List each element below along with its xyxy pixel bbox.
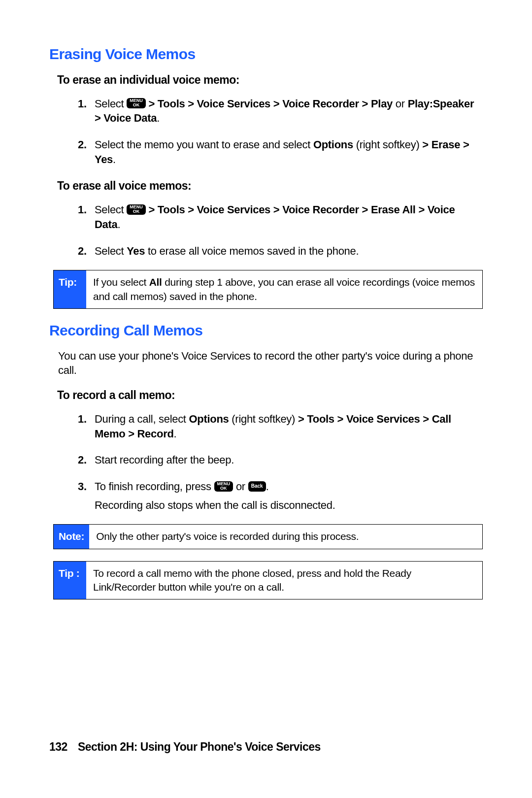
tip-callout: Tip: If you select All during step 1 abo…	[53, 270, 483, 309]
step-number: 1.	[78, 97, 87, 111]
callout-body: To record a call memo with the phone clo…	[86, 562, 482, 599]
callout-label: Tip:	[54, 270, 86, 308]
step-text-bold: Options	[313, 138, 353, 151]
list-item: 2. Select the memo you want to erase and…	[78, 137, 483, 166]
step-number: 2.	[78, 453, 87, 467]
intro-text: You can use your phone's Voice Services …	[49, 349, 483, 378]
step-text: (right softkey)	[232, 413, 298, 425]
step-text-bold: > Tools > Voice Services > Voice Recorde…	[148, 98, 395, 110]
step-text-bold: > Tools > Voice Services > Voice Recorde…	[95, 203, 455, 231]
step-text: Select	[95, 203, 127, 216]
list-item: 1. During a call, select Options (right …	[78, 412, 483, 441]
callout-label: Note:	[54, 525, 89, 548]
step-text-bold: Yes	[127, 245, 145, 257]
sub-erase-individual: To erase an individual voice memo:	[49, 72, 483, 88]
step-text: .	[174, 428, 177, 440]
heading-erasing: Erasing Voice Memos	[49, 44, 483, 65]
step-text: Select	[95, 98, 127, 110]
heading-recording: Recording Call Memos	[49, 321, 483, 341]
list-item: 1. Select MENUOK > Tools > Voice Service…	[78, 97, 483, 126]
list-item: 2. Select Yes to erase all voice memos s…	[78, 244, 483, 259]
back-key-icon: Back	[248, 481, 266, 492]
step-text: or	[396, 98, 408, 110]
step-continuation: Recording also stops when the call is di…	[95, 498, 483, 513]
document-page: Erasing Voice Memos To erase an individu…	[0, 0, 532, 798]
step-number: 3.	[78, 479, 87, 494]
step-text: During a call, select	[95, 413, 189, 425]
step-text: Select the memo you want to erase and se…	[95, 138, 313, 151]
list-item: 1. Select MENUOK > Tools > Voice Service…	[78, 202, 483, 232]
callout-label: Tip :	[54, 562, 86, 599]
note-callout: Note: Only the other party's voice is re…	[53, 524, 483, 549]
list-item: 2. Start recording after the beep.	[78, 453, 483, 467]
step-number: 1.	[78, 412, 87, 427]
sub-record: To record a call memo:	[49, 388, 483, 403]
steps-erase-all: 1. Select MENUOK > Tools > Voice Service…	[49, 202, 483, 258]
step-text: Select	[95, 245, 127, 257]
step-number: 2.	[78, 244, 87, 259]
steps-erase-individual: 1. Select MENUOK > Tools > Voice Service…	[49, 97, 483, 167]
step-text: To finish recording, press	[95, 480, 214, 493]
page-footer: 132 Section 2H: Using Your Phone's Voice…	[49, 739, 321, 755]
step-text: .	[113, 153, 116, 166]
step-number: 1.	[78, 202, 87, 217]
callout-body: Only the other party's voice is recorded…	[89, 525, 482, 548]
steps-record: 1. During a call, select Options (right …	[49, 412, 483, 512]
section-title: Section 2H: Using Your Phone's Voice Ser…	[78, 740, 321, 753]
step-text: Start recording after the beep.	[95, 454, 234, 466]
step-text: to erase all voice memos saved in the ph…	[148, 245, 359, 257]
callout-text-bold: All	[149, 276, 162, 288]
step-text: .	[118, 218, 121, 231]
step-text: .	[157, 112, 160, 124]
menu-ok-key-icon: MENUOK	[214, 481, 233, 492]
callout-text: If you select	[93, 276, 149, 288]
step-text: or	[236, 480, 248, 493]
callout-body: If you select All during step 1 above, y…	[86, 270, 482, 308]
step-text-bold: Options	[189, 413, 229, 425]
page-number: 132	[49, 739, 75, 755]
tip-callout: Tip : To record a call memo with the pho…	[53, 561, 483, 600]
sub-erase-all: To erase all voice memos:	[49, 178, 483, 194]
menu-ok-key-icon: MENUOK	[127, 98, 146, 108]
step-number: 2.	[78, 137, 87, 152]
step-text: .	[266, 480, 269, 493]
menu-ok-key-icon: MENUOK	[127, 204, 146, 215]
step-text: (right softkey)	[356, 138, 423, 151]
list-item: 3. To finish recording, press MENUOK or …	[78, 479, 483, 512]
